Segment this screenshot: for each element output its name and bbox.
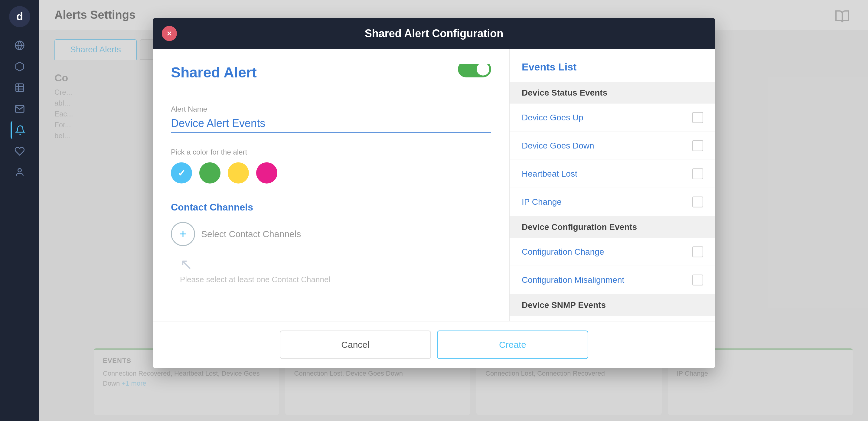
color-option-yellow[interactable] xyxy=(228,162,249,184)
modal-body: Shared Alert Alert Name Pick a color for… xyxy=(153,49,715,321)
cancel-button[interactable]: Cancel xyxy=(280,331,431,359)
color-option-blue[interactable] xyxy=(171,162,192,184)
sidebar: d xyxy=(0,0,39,421)
category-device-snmp: Device SNMP Events xyxy=(509,294,715,316)
checkbox-device-goes-up[interactable] xyxy=(692,112,703,123)
event-item-device-goes-down: Device Goes Down xyxy=(509,132,715,160)
color-options xyxy=(171,162,491,184)
event-item-heartbeat-lost: Heartbeat Lost xyxy=(509,160,715,188)
shared-alert-title: Shared Alert xyxy=(171,64,491,81)
sidebar-item-table[interactable] xyxy=(10,79,29,97)
alert-name-label: Alert Name xyxy=(171,105,491,113)
sidebar-item-user[interactable] xyxy=(10,163,29,181)
checkbox-ip-change[interactable] xyxy=(692,197,703,208)
contact-hint: ↖ Please select at least one Contact Cha… xyxy=(171,249,491,286)
sidebar-item-bell[interactable] xyxy=(10,121,29,139)
alert-name-input[interactable] xyxy=(171,117,491,133)
hint-arrow: ↖ xyxy=(180,258,491,270)
select-contact-label: Select Contact Channels xyxy=(201,222,491,246)
color-option-green[interactable] xyxy=(199,162,220,184)
modal-title: Shared Alert Configuration xyxy=(365,27,503,40)
color-option-pink[interactable] xyxy=(256,162,277,184)
checkbox-configuration-change[interactable] xyxy=(692,246,703,258)
modal-right-panel: Events List Device Status Events Device … xyxy=(509,49,715,321)
modal-header: × Shared Alert Configuration xyxy=(153,18,715,49)
events-scroll-area[interactable]: Device Status Events Device Goes Up Devi… xyxy=(509,82,715,321)
category-device-status: Device Status Events xyxy=(509,82,715,104)
sidebar-item-cube[interactable] xyxy=(10,57,29,76)
sidebar-item-globe[interactable] xyxy=(10,36,29,55)
checkbox-configuration-misalignment[interactable] xyxy=(692,275,703,285)
sidebar-item-plugin[interactable] xyxy=(10,142,29,160)
contact-channels-title: Contact Channels xyxy=(171,202,491,213)
modal-close-button[interactable]: × xyxy=(162,26,177,41)
modal-shared-alert: × Shared Alert Configuration Shared Aler… xyxy=(153,18,715,368)
color-label: Pick a color for the alert xyxy=(171,148,491,156)
svg-rect-2 xyxy=(16,84,24,92)
modal-left-panel: Shared Alert Alert Name Pick a color for… xyxy=(153,49,509,321)
sidebar-item-mail[interactable] xyxy=(10,100,29,118)
event-item-configuration-change: Configuration Change xyxy=(509,238,715,266)
toggle-knob xyxy=(477,64,489,76)
event-item-ip-change: IP Change xyxy=(509,188,715,216)
event-item-device-goes-up: Device Goes Up xyxy=(509,104,715,132)
toggle-switch[interactable] xyxy=(458,64,491,78)
checkbox-device-goes-down[interactable] xyxy=(692,140,703,151)
modal-footer: Cancel Create xyxy=(153,321,715,368)
alert-toggle[interactable] xyxy=(458,64,491,78)
checkbox-heartbeat-lost[interactable] xyxy=(692,169,703,179)
event-item-configuration-misalignment: Configuration Misalignment xyxy=(509,266,715,294)
category-device-config: Device Configuration Events xyxy=(509,216,715,238)
events-list-title: Events List xyxy=(509,49,715,82)
app-logo[interactable]: d xyxy=(9,6,30,27)
create-button[interactable]: Create xyxy=(437,331,588,359)
svg-point-6 xyxy=(18,169,21,172)
add-contact-channel-button[interactable]: + xyxy=(171,222,195,246)
logo-text: d xyxy=(16,10,23,23)
